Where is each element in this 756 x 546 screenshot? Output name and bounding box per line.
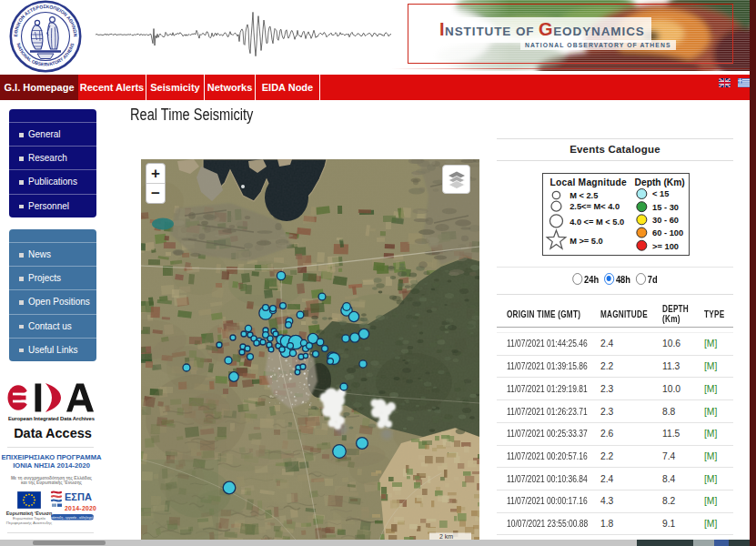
svg-text:ανάπτυξη - εργασία - αλληλεγγύ: ανάπτυξη - εργασία - αλληλεγγύη — [50, 516, 96, 520]
svg-text:Local Magnitude: Local Magnitude — [550, 177, 627, 187]
svg-text:2.5<= M< 4.0: 2.5<= M< 4.0 — [570, 202, 620, 211]
svg-text:60 - 100: 60 - 100 — [652, 228, 683, 238]
svg-text:< 15: < 15 — [652, 189, 669, 198]
svg-text:European Integrated Data Archi: European Integrated Data Archives — [8, 416, 96, 421]
svg-text:4.0 <= M < 5.0: 4.0 <= M < 5.0 — [570, 217, 624, 227]
svg-text:2014-2020: 2014-2020 — [65, 505, 96, 511]
svg-text:15 - 30: 15 - 30 — [652, 203, 679, 212]
svg-text:2 km: 2 km — [439, 533, 453, 540]
svg-text:ΕΣΠΑ: ΕΣΠΑ — [65, 491, 92, 502]
svg-text:M < 2.5: M < 2.5 — [570, 191, 598, 200]
svg-text:Depth (Km): Depth (Km) — [635, 177, 685, 187]
svg-text:30 - 60: 30 - 60 — [652, 216, 679, 225]
svg-text:>= 100: >= 100 — [652, 242, 679, 251]
svg-text:M >= 5.0: M >= 5.0 — [570, 237, 603, 246]
